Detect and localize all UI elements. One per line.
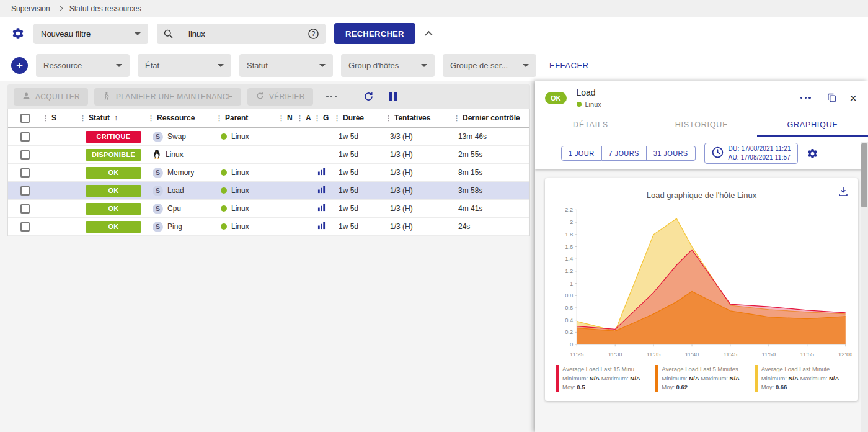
scrollbar-thumb[interactable] — [861, 143, 867, 207]
breadcrumb-supervision[interactable]: Supervision — [11, 4, 50, 13]
graph-icon[interactable] — [317, 204, 326, 214]
criteria-select-status[interactable]: Statut — [239, 54, 333, 77]
panel-body: 1 JOUR 7 JOURS 31 JOURS DU: 17/08/2021 1… — [535, 137, 868, 432]
column-drag-handle[interactable]: ⋮ — [453, 114, 460, 122]
column-drag-handle[interactable]: ⋮ — [148, 114, 154, 122]
parent-name[interactable]: Linux — [231, 204, 249, 213]
table-row[interactable]: CRITIQUE SSwap Linux 1w 5d 3/3 (H) 13m 4… — [8, 128, 529, 146]
range-31-days-button[interactable]: 31 JOURS — [647, 146, 696, 161]
column-header-parent[interactable]: Parent — [225, 114, 248, 122]
legend-item-load5[interactable]: Average Load Last 5 Minutes Minimum: N/A… — [655, 365, 747, 392]
range-7-days-button[interactable]: 7 JOURS — [602, 146, 647, 161]
table-row[interactable]: OK SCpu Linux 1w 5d 1/3 (H) 4m 41s — [8, 200, 529, 218]
collapse-filters-chevron-up-icon[interactable] — [424, 30, 433, 37]
service-icon: S — [153, 168, 163, 178]
range-1-day-button[interactable]: 1 JOUR — [561, 146, 602, 161]
legend-item-load1[interactable]: Average Load Last Minute Minimum: N/A Ma… — [755, 365, 847, 392]
graph-settings-gear-icon[interactable] — [807, 148, 818, 160]
chevron-down-icon — [218, 64, 224, 67]
tries-value: 1/3 (H) — [385, 186, 453, 195]
criteria-select-servicegroup[interactable]: Groupe de ser... — [443, 54, 536, 77]
svg-text:1.8: 1.8 — [565, 232, 573, 238]
graph-icon[interactable] — [317, 186, 326, 196]
help-icon[interactable]: ? — [308, 28, 319, 40]
resource-name[interactable]: Memory — [167, 168, 194, 177]
column-drag-handle[interactable]: ⋮ — [334, 114, 340, 122]
search-button[interactable]: RECHERCHER — [334, 23, 415, 44]
filter-settings-gear-icon[interactable] — [11, 27, 25, 40]
recheck-icon — [255, 91, 265, 102]
parent-name[interactable]: Linux — [231, 222, 249, 231]
tab-graph[interactable]: GRAPHIQUE — [757, 114, 868, 137]
panel-host-name[interactable]: Linux — [585, 101, 601, 108]
resource-name[interactable]: Swap — [167, 132, 186, 141]
row-checkbox[interactable] — [20, 186, 30, 196]
acknowledge-button[interactable]: ACQUITTER — [14, 88, 88, 106]
clear-filters-button[interactable]: EFFACER — [549, 61, 588, 70]
table-row[interactable]: DISPONIBLE Linux 1w 5d 1/3 (H) 2m 55s — [8, 146, 529, 164]
row-checkbox[interactable] — [20, 150, 30, 160]
more-actions-icon[interactable] — [323, 93, 340, 101]
check-button[interactable]: VÉRIFIER — [247, 88, 313, 106]
row-checkbox[interactable] — [20, 132, 30, 142]
column-drag-handle[interactable]: ⋮ — [314, 114, 321, 122]
column-header-graph[interactable]: G — [323, 114, 329, 122]
column-header-status[interactable]: Statut — [89, 114, 110, 122]
resource-name[interactable]: Cpu — [167, 204, 181, 213]
parent-name[interactable]: Linux — [231, 186, 249, 195]
host-up-dot-icon — [221, 133, 227, 140]
graph-icon[interactable] — [317, 168, 326, 178]
column-header-action[interactable]: A — [306, 114, 311, 122]
row-checkbox[interactable] — [20, 204, 30, 214]
duration-value: 1w 5d — [334, 204, 385, 213]
column-header-notes[interactable]: N — [287, 114, 293, 122]
panel-scrollbar[interactable] — [861, 142, 868, 432]
tab-details[interactable]: DÉTAILS — [535, 114, 646, 137]
export-chart-icon[interactable] — [838, 186, 849, 199]
pause-icon[interactable] — [389, 92, 397, 101]
legend-item-load15[interactable]: Average Load Last 15 Minu .. Minimum: N/… — [556, 365, 648, 392]
legend-series-name: Average Load Last 5 Minutes — [662, 365, 740, 374]
table-row[interactable]: OK SPing Linux 1w 5d 1/3 (H) 24s — [8, 218, 529, 236]
parent-name[interactable]: Linux — [231, 132, 249, 141]
column-drag-handle[interactable]: ⋮ — [296, 114, 303, 122]
criteria-select-hostgroup[interactable]: Group d'hôtes — [341, 54, 435, 77]
column-drag-handle[interactable]: ⋮ — [216, 114, 223, 122]
column-drag-handle[interactable]: ⋮ — [42, 114, 49, 122]
acknowledge-label: ACQUITTER — [35, 92, 80, 101]
graph-icon[interactable] — [317, 222, 326, 232]
add-criteria-button[interactable]: + — [11, 57, 28, 74]
tab-history[interactable]: HISTORIQUE — [646, 114, 757, 137]
row-checkbox[interactable] — [20, 168, 30, 178]
schedule-maintenance-button[interactable]: PLANIFIER UNE MAINTENANCE — [94, 88, 241, 106]
column-drag-handle[interactable]: ⋮ — [278, 114, 285, 122]
parent-name[interactable]: Linux — [231, 168, 249, 177]
criteria-select-resource[interactable]: Ressource — [36, 54, 130, 77]
resource-name[interactable]: Linux — [166, 150, 184, 159]
sort-asc-icon[interactable]: ↑ — [114, 114, 118, 122]
resource-name[interactable]: Ping — [167, 222, 182, 231]
criteria-select-state[interactable]: État — [138, 54, 231, 77]
close-icon[interactable]: × — [849, 92, 857, 104]
resource-name[interactable]: Load — [167, 186, 184, 195]
row-checkbox[interactable] — [20, 222, 30, 232]
search-input[interactable] — [180, 29, 301, 38]
table-row[interactable]: OK SMemory Linux 1w 5d 1/3 (H) 8m 15s — [8, 164, 529, 182]
select-all-checkbox[interactable] — [20, 114, 30, 123]
panel-more-actions-icon[interactable] — [797, 94, 814, 102]
refresh-icon[interactable] — [363, 91, 374, 102]
breadcrumb-resource-status[interactable]: Statut des ressources — [69, 4, 141, 13]
column-header-resource[interactable]: Ressource — [157, 114, 195, 122]
saved-filter-select[interactable]: Nouveau filtre — [33, 24, 148, 44]
column-drag-handle[interactable]: ⋮ — [385, 114, 392, 122]
legend-color-bar — [655, 365, 658, 392]
column-header-tries[interactable]: Tentatives — [394, 114, 430, 122]
column-header-duration[interactable]: Durée — [343, 114, 364, 122]
resources-table: ⋮S ⋮Statut↑ ⋮Ressource ⋮Parent ⋮N ⋮A ⋮G … — [7, 109, 530, 236]
table-row-selected[interactable]: OK SLoad Linux 1w 5d 1/3 (H) 3m 58s — [8, 182, 529, 200]
column-header-last-check[interactable]: Dernier contrôle — [463, 114, 520, 122]
column-drag-handle[interactable]: ⋮ — [79, 114, 86, 122]
custom-date-range[interactable]: DU: 17/08/2021 11:21 AU: 17/08/2021 11:5… — [704, 143, 798, 164]
column-header-severity[interactable]: S — [51, 114, 56, 122]
copy-link-icon[interactable] — [826, 92, 837, 103]
